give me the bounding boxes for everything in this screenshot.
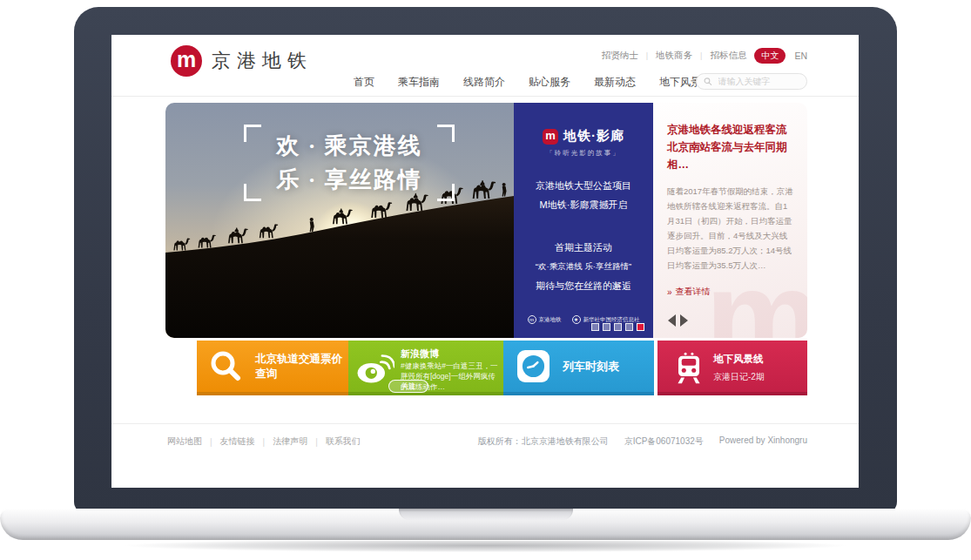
icp-number: 京ICP备06071032号: [624, 435, 704, 448]
news-title-link[interactable]: 京港地铁各线迎返程客流 北京南站客流与去年同期相…: [667, 121, 793, 173]
utility-link-tenders[interactable]: 招标信息: [710, 50, 746, 62]
fare-search-tile[interactable]: 北京轨道交通票价查询: [197, 341, 348, 395]
utility-link-careers[interactable]: 招贤纳士: [602, 50, 638, 62]
site-container: m 京港地铁 招贤纳士 | 地铁商务 | 招标信息 中文 EN 首页 乘车指南 …: [165, 35, 807, 488]
nav-ride-guide[interactable]: 乘车指南: [398, 75, 440, 90]
gallery-theme-line2: “欢·乘京港线 乐·享丝路情”: [514, 257, 653, 276]
gallery-tagline: 「聆听光影的故事」: [514, 149, 653, 158]
scenery-subtitle: 京港日记-2期: [713, 371, 765, 383]
quick-link-tiles: 北京轨道交通票价查询 新浪微博 #健康换乘站#一白遮三丑，一胖毁所有[doge]…: [165, 341, 807, 399]
divider: |: [700, 51, 702, 60]
nav-news[interactable]: 最新动态: [594, 75, 636, 90]
laptop-shadow: [22, 541, 949, 557]
fare-search-label: 北京轨道交通票价查询: [255, 352, 348, 381]
footer-copyright-block: 版权所有：北京京港地铁有限公司 京ICP备06071032号 Powered b…: [478, 435, 807, 448]
cobrand-mtr: m 京港地铁: [528, 315, 562, 324]
site-logo-text: 京港地铁: [212, 48, 313, 74]
cobrand-mtr-label: 京港地铁: [539, 316, 562, 324]
lang-english-button[interactable]: EN: [794, 51, 807, 61]
footer-link-friendly[interactable]: 友情链接: [220, 435, 255, 448]
hero-slide[interactable]: 欢 · 乘京港线 乐 · 享丝路情: [165, 103, 514, 338]
slideshow-pagination: [591, 323, 644, 331]
gallery-intro-line1: 京港地铁大型公益项目: [514, 176, 653, 195]
gallery-theme-line1: 首期主题活动: [514, 238, 653, 257]
news-body: 随着2017年春节假期的结束，京港地铁所辖各线迎来返程客流。自1月31日（初四）…: [667, 184, 793, 273]
footer-links: 网站地图 | 友情链接 | 法律声明 | 联系我们: [167, 435, 361, 448]
gallery-intro: 京港地铁大型公益项目 M地铁·影廊震撼开启: [514, 176, 653, 214]
nav-home[interactable]: 首页: [354, 75, 374, 90]
site-logo[interactable]: m 京港地铁: [171, 45, 313, 77]
train-icon: [673, 352, 705, 385]
nav-lines[interactable]: 线路简介: [463, 75, 505, 90]
metro-gallery-logo-icon: m: [543, 129, 558, 145]
hero-title-line2: 乐 · 享丝路情: [244, 165, 455, 195]
metro-logo-icon: m: [171, 45, 202, 77]
slide-dot-1[interactable]: [591, 323, 599, 331]
mtr-mini-logo-icon: m: [528, 315, 536, 324]
nav-services[interactable]: 贴心服务: [529, 75, 570, 90]
copyright-text: 版权所有：北京京港地铁有限公司: [478, 435, 609, 448]
site-footer: 网站地图 | 友情链接 | 法律声明 | 联系我们 版权所有：北京京港地铁有限公…: [165, 434, 807, 451]
gallery-theme: 首期主题活动 “欢·乘京港线 乐·享丝路情” 期待与您在丝路的邂逅: [514, 238, 653, 295]
search-icon: [704, 77, 712, 86]
divider: |: [646, 51, 648, 60]
news-panel: m 京港地铁各线迎返程客流 北京南站客流与去年同期相… 随着2017年春节假期的…: [653, 103, 807, 338]
gallery-logo-text: 地铁·影廊: [563, 128, 624, 145]
prev-slide-arrow-icon[interactable]: [668, 314, 676, 327]
utility-link-business[interactable]: 地铁商务: [656, 50, 692, 62]
divider: |: [263, 437, 266, 447]
scenery-title: 地下风景线: [713, 353, 764, 366]
slide-arrows: [668, 314, 688, 327]
underground-scenery-tile[interactable]: 地下风景线 京港日记-2期: [657, 341, 807, 395]
slide-dot-3[interactable]: [614, 323, 622, 331]
footer-link-contact[interactable]: 联系我们: [326, 435, 361, 448]
search-box: [696, 73, 807, 90]
clock-icon: [517, 350, 550, 382]
slide-dot-5-active[interactable]: [637, 323, 644, 331]
laptop-base-notch: [399, 509, 573, 520]
divider: |: [315, 437, 318, 447]
powered-by: Powered by Xinhongru: [719, 435, 807, 448]
slide-dot-2[interactable]: [603, 323, 610, 331]
divider: |: [210, 437, 212, 447]
weibo-follow-button[interactable]: 关注: [388, 380, 428, 393]
news-more-link[interactable]: » 查看详情: [667, 286, 793, 298]
weibo-title: 新浪微博: [401, 347, 439, 361]
timetable-tile[interactable]: 列车时刻表: [503, 341, 654, 395]
lang-chinese-button[interactable]: 中文: [754, 48, 786, 64]
footer-link-sitemap[interactable]: 网站地图: [167, 435, 202, 448]
laptop-screen: m 京港地铁 招贤纳士 | 地铁商务 | 招标信息 中文 EN 首页 乘车指南 …: [111, 35, 859, 488]
slide-dot-4[interactable]: [625, 323, 633, 331]
magnifier-icon: [209, 349, 244, 384]
gallery-intro-line2: M地铁·影廊震撼开启: [514, 195, 653, 214]
timetable-label: 列车时刻表: [563, 359, 619, 374]
utility-links: 招贤纳士 | 地铁商务 | 招标信息 中文 EN: [602, 48, 807, 64]
hero-title-line1: 欢 · 乘京港线: [244, 131, 455, 161]
more-arrow-icon: »: [667, 287, 672, 297]
weibo-tile[interactable]: 新浪微博 #健康换乘站#一白遮三丑，一胖毁所有[doge]一组外网疯传的晨练动作…: [348, 341, 503, 395]
main-banner: 欢 · 乘京港线 乐 · 享丝路情 m 地铁·影廊 「聆听光影的故事」 京港地铁…: [165, 103, 807, 338]
search-input[interactable]: [717, 76, 800, 87]
weibo-icon: [356, 351, 394, 384]
news-more-label: 查看详情: [676, 286, 711, 298]
gallery-panel[interactable]: m 地铁·影廊 「聆听光影的故事」 京港地铁大型公益项目 M地铁·影廊震撼开启 …: [514, 103, 653, 338]
gallery-logo: m 地铁·影廊: [514, 128, 653, 145]
gallery-theme-line3: 期待与您在丝路的邂逅: [514, 276, 653, 295]
footer-link-legal[interactable]: 法律声明: [273, 435, 307, 448]
hero-title-frame: 欢 · 乘京港线 乐 · 享丝路情: [244, 125, 455, 201]
next-slide-arrow-icon[interactable]: [680, 314, 688, 327]
page: m 京港地铁 招贤纳士 | 地铁商务 | 招标信息 中文 EN 首页 乘车指南 …: [0, 0, 971, 560]
xinhua-mini-logo-icon: ★: [572, 315, 581, 324]
laptop-frame: m 京港地铁 招贤纳士 | 地铁商务 | 招标信息 中文 EN 首页 乘车指南 …: [74, 7, 897, 514]
